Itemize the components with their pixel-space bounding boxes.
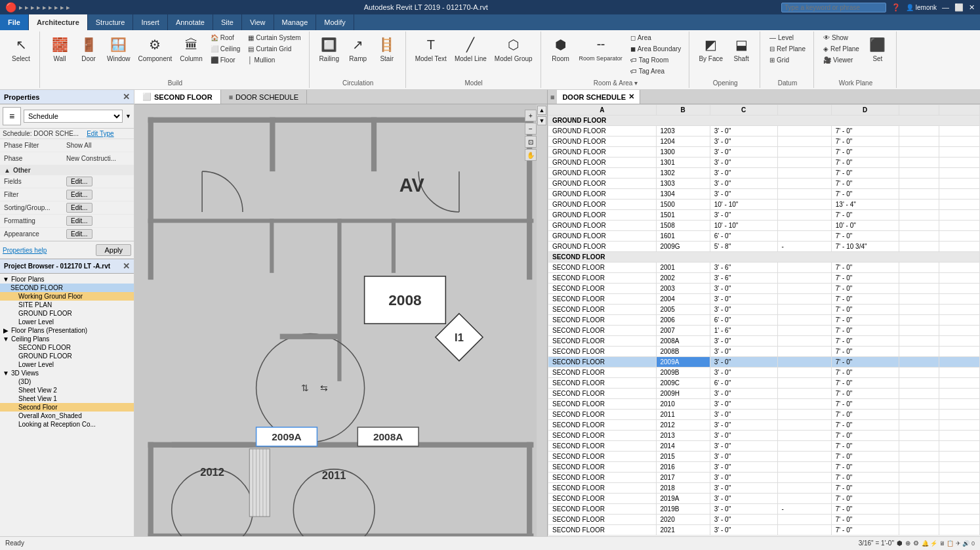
floor-plans-group[interactable]: ▼Floor Plans [0,275,134,284]
modify-button[interactable]: ↖ Select [8,33,34,64]
zoom-fit-btn[interactable]: ⊡ [525,136,537,148]
table-row[interactable]: GROUND FLOOR 2009G 5' - 8" - 7' - 10 3/4… [548,242,980,252]
canvas-tab-door-schedule[interactable]: ≡ DOOR SCHEDULE [221,90,307,104]
ceiling-button[interactable]: ⬜ Ceiling [208,44,243,54]
table-row[interactable]: SECOND FLOOR 2009A 3' - 0" 7' - 0" [548,357,980,368]
model-group-button[interactable]: ⬡ Model Group [492,33,535,64]
table-row[interactable]: SECOND FLOOR 2002 3' - 6" 7' - 0" [548,273,980,284]
table-row[interactable]: GROUND FLOOR 1500 10' - 10" 13' - 4" [548,200,980,210]
tab-modify[interactable]: Modify [316,14,354,30]
tree-item-ground-floor[interactable]: GROUND FLOOR [0,309,134,318]
grid-button[interactable]: ⊞ Grid [767,55,808,65]
table-row[interactable]: SECOND FLOOR 2015 3' - 0" 7' - 0" [548,452,980,462]
cp-second-floor[interactable]: SECOND FLOOR [0,343,134,352]
table-row[interactable]: SECOND FLOOR 2009C 6' - 0" 7' - 0" [548,378,980,389]
appearance-edit-btn[interactable]: Edit... [66,229,92,239]
curtain-system-button[interactable]: ▦ Curtain System [245,33,303,43]
table-row[interactable]: SECOND FLOOR 2020 3' - 0" 7' - 0" [548,515,980,525]
edit-type-link[interactable]: Edit Type [87,130,114,137]
view-cube-icon[interactable]: ⬢ [897,539,903,547]
table-row[interactable]: SECOND FLOOR 2019A 3' - 0" 7' - 0" [548,494,980,504]
room-separator-button[interactable]: ╌ Room Separator [577,33,625,63]
apply-button[interactable]: Apply [96,244,131,256]
3d-sheet-view-1[interactable]: Sheet View 1 [0,394,134,403]
table-row[interactable]: SECOND FLOOR 2007 1' - 6" 7' - 0" [548,326,980,336]
wall-button[interactable]: 🧱 Wall [47,33,73,64]
stair-button[interactable]: 🪜 Stair [374,33,400,64]
properties-help-link[interactable]: Properties help [3,247,47,254]
steering-wheel-icon[interactable]: ⊕ [905,539,910,547]
cp-lower-level[interactable]: Lower Level [0,360,134,369]
3d-view-default[interactable]: (3D) [0,377,134,386]
floor-button[interactable]: ⬛ Floor [208,55,243,65]
cp-ground-floor[interactable]: GROUND FLOOR [0,352,134,360]
canvas-tab-second-floor[interactable]: ⬜ SECOND FLOOR [134,90,221,104]
schedule-table-container[interactable]: A B C D GROUND FLOOR GROUND FLOOR 1203 3… [548,104,980,536]
table-row[interactable]: SECOND FLOOR 2021 3' - 0" 7' - 0" [548,525,980,536]
tree-item-lower-level[interactable]: Lower Level [0,318,134,326]
fields-edit-btn[interactable]: Edit... [66,177,92,186]
ramp-button[interactable]: ↗ Ramp [345,33,371,64]
area-button[interactable]: ◻ Area [628,33,684,43]
viewer-button[interactable]: 🎥 Viewer [821,55,862,65]
table-row[interactable]: GROUND FLOOR 1508 10' - 10" 10' - 0" [548,221,980,231]
schedule-type-select[interactable]: Schedule [24,110,123,123]
table-row[interactable]: GROUND FLOOR 1303 3' - 0" 7' - 0" [548,179,980,189]
tree-item-site-plan[interactable]: SITE PLAN [0,301,134,309]
show-button[interactable]: 👁 Show [821,33,862,43]
table-row[interactable]: SECOND FLOOR 2005 3' - 0" 7' - 0" [548,305,980,315]
table-row[interactable]: SECOND FLOOR 2009H 3' - 0" 7' - 0" [548,389,980,399]
table-row[interactable]: SECOND FLOOR 2019B 3' - 0" - 7' - 0" [548,504,980,515]
table-row[interactable]: SECOND FLOOR 2003 3' - 0" 7' - 0" [548,284,980,294]
level-button[interactable]: — Level [767,33,808,43]
zoom-in-btn[interactable]: + [525,110,537,121]
component-button[interactable]: ⚙ Component [136,33,175,64]
tag-area-button[interactable]: 🏷 Tag Area [628,66,684,76]
table-row[interactable]: SECOND FLOOR 2018 3' - 0" 7' - 0" [548,483,980,494]
tab-view[interactable]: View [242,14,274,30]
sched-tab-door-schedule[interactable]: DOOR SCHEDULE ✕ [557,90,640,104]
table-row[interactable]: SECOND FLOOR 2009B 3' - 0" 7' - 0" [548,368,980,378]
table-row[interactable]: SECOND FLOOR 2004 3' - 0" 7' - 0" [548,294,980,305]
tab-architecture[interactable]: Architecture [29,14,88,30]
tab-structure[interactable]: Structure [88,14,134,30]
properties-close-btn[interactable]: ✕ [123,92,130,102]
railing-button[interactable]: 🔲 Railing [316,33,342,64]
3d-sheet-view-2[interactable]: Sheet View 2 [0,386,134,394]
tab-insert[interactable]: Insert [133,14,168,30]
filter-edit-btn[interactable]: Edit... [66,190,92,200]
nav-down-btn[interactable]: ▼ [537,116,546,125]
canvas-content[interactable]: AV 2008 I1 ⇅ ⇆ 2009A [134,104,547,536]
shaft-button[interactable]: ⬓ Shaft [728,33,754,64]
room-button[interactable]: ⬢ Room [548,33,574,64]
tree-item-second-floor[interactable]: SECOND FLOOR [0,284,134,292]
close-btn-title[interactable]: ✕ [969,3,975,12]
roof-button[interactable]: 🏠 Roof [208,33,243,43]
ceiling-plans-group[interactable]: ▼Ceiling Plans [0,335,134,343]
column-button[interactable]: 🏛 Column [177,33,205,64]
help-icon[interactable]: ❓ [891,3,901,12]
tag-room-button[interactable]: 🏷 Tag Room [628,55,684,65]
search-input[interactable] [781,3,886,12]
settings-icon[interactable]: ⚙ [913,539,919,547]
by-face-button[interactable]: ◩ By Face [696,33,725,64]
formatting-edit-btn[interactable]: Edit... [66,216,92,226]
mullion-button[interactable]: │ Mullion [245,55,303,65]
table-row[interactable]: SECOND FLOOR 2014 3' - 0" 7' - 0" [548,441,980,452]
table-row[interactable]: GROUND FLOOR 1601 6' - 0" 7' - 0" [548,231,980,242]
table-row[interactable]: SECOND FLOOR 2012 3' - 0" 7' - 0" [548,420,980,431]
pan-btn[interactable]: ✋ [525,149,537,161]
model-text-button[interactable]: T Model Text [413,33,449,64]
table-row[interactable]: SECOND FLOOR 2006 6' - 0" 7' - 0" [548,315,980,326]
table-row[interactable]: GROUND FLOOR 1501 3' - 0" 7' - 0" [548,210,980,221]
table-row[interactable]: SECOND FLOOR 2016 3' - 0" 7' - 0" [548,462,980,473]
table-row[interactable]: SECOND FLOOR 2017 3' - 0" 7' - 0" [548,473,980,483]
table-row[interactable]: GROUND FLOOR 1203 3' - 0" 7' - 0" [548,126,980,137]
table-row[interactable]: GROUND FLOOR 1204 3' - 0" 7' - 0" [548,137,980,147]
window-button[interactable]: 🪟 Window [104,33,133,64]
table-row[interactable]: GROUND FLOOR 1304 3' - 0" 7' - 0" [548,189,980,200]
tab-site[interactable]: Site [213,14,242,30]
tree-item-working-ground-floor[interactable]: Working Ground Floor [0,292,134,301]
curtain-grid-button[interactable]: ▤ Curtain Grid [245,44,303,54]
pb-close-btn[interactable]: ✕ [123,261,130,271]
